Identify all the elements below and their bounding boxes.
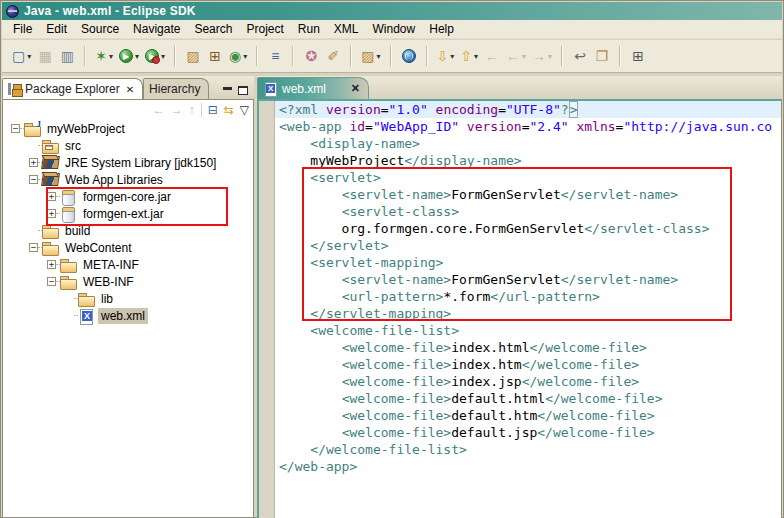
maximize-view-button[interactable] (238, 86, 248, 95)
menu-help[interactable]: Help (422, 20, 461, 38)
new-java-project-button[interactable]: ▨ (182, 44, 204, 68)
tree-item-src[interactable]: src (3, 137, 253, 154)
next-annotation-button[interactable]: ⇩▾ (434, 44, 458, 68)
menu-navigate[interactable]: Navigate (126, 20, 187, 38)
tree-item-label: myWebProject (44, 121, 128, 137)
tree-item-label: Web App Libraries (62, 172, 166, 188)
new-web-component-dropdown-icon[interactable]: ▾ (377, 52, 381, 61)
tab-package-explorer[interactable]: Package Explorer ✕ (2, 78, 143, 99)
debug-button[interactable]: ✶▾ (92, 44, 116, 68)
forward-dropdown-icon[interactable]: ▾ (548, 52, 552, 61)
format-brush-button[interactable]: ✐ (322, 44, 344, 68)
tree-item-webcontent[interactable]: −WebContent (3, 239, 253, 256)
tree-item-mywebproject[interactable]: −JmyWebProject (3, 120, 253, 137)
up-button[interactable]: ↑ (189, 104, 195, 116)
code-line: <web-app id="WebApp_ID" version="2.4" xm… (275, 118, 781, 135)
print-button[interactable]: ▥ (56, 44, 78, 68)
new-wizard-button[interactable]: ▢▾ (9, 44, 34, 68)
tree-item-build[interactable]: build (3, 222, 253, 239)
code-line: <welcome-file>default.htm</welcome-file> (275, 407, 781, 424)
menu-source[interactable]: Source (74, 20, 126, 38)
code-line: <welcome-file>default.jsp</welcome-file> (275, 424, 781, 441)
eclipse-window: { "window": { "title": "Java - web.xml -… (0, 0, 784, 518)
collapse-all-button[interactable]: ⊟ (208, 104, 218, 116)
run-button[interactable]: ▶▾ (116, 44, 142, 68)
xml-source-editor[interactable]: <?xml version="1.0" encoding="UTF-8"?><w… (275, 101, 781, 518)
debug-dropdown-icon[interactable]: ▾ (109, 52, 113, 61)
folder-icon (60, 258, 76, 272)
forward-button[interactable]: → (171, 104, 183, 116)
tab-hierarchy[interactable]: Hierarchy (143, 78, 209, 99)
tree-item-formgen-ext-jar[interactable]: +formgen-ext.jar (3, 205, 253, 222)
open-perspective-icon: ⊞ (632, 49, 644, 63)
next-annotation-dropdown-icon[interactable]: ▾ (450, 52, 454, 61)
menu-edit[interactable]: Edit (39, 20, 74, 38)
close-package-explorer-icon[interactable]: ✕ (126, 84, 134, 95)
code-line: </welcome-file-list> (275, 441, 781, 458)
back-button[interactable]: ← (153, 104, 165, 116)
new-web-component-button[interactable]: ▨▾ (358, 44, 383, 68)
menu-xml[interactable]: XML (327, 20, 366, 38)
main-toolbar: ▢▾▦▥✶▾▶▾▶▾▨⊞◉▾≡✪✐▨▾⇩▾⇧▾←←▾→▾↩❐⊞ (2, 40, 782, 73)
external-tools-button[interactable]: ▶▾ (142, 44, 168, 68)
switch-editor-button[interactable]: ❐ (591, 44, 613, 68)
menu-project[interactable]: Project (239, 20, 290, 38)
snippets-icon: ≡ (271, 49, 279, 63)
open-perspective-button[interactable]: ⊞ (627, 44, 649, 68)
external-tools-icon: ▶ (145, 49, 159, 63)
web-wizard-icon: ✪ (305, 49, 317, 63)
expand-icon[interactable]: + (29, 158, 38, 167)
tab-web-xml[interactable]: X web.xml ✕ (257, 77, 369, 99)
project-tree: −JmyWebProjectsrc+JRE System Library [jd… (3, 120, 253, 517)
collapse-icon[interactable]: − (47, 277, 56, 286)
collapse-icon[interactable]: − (11, 124, 20, 133)
tree-item-meta-inf[interactable]: +META-INF (3, 256, 253, 273)
menu-file[interactable]: File (6, 20, 39, 38)
web-browser-button[interactable] (398, 44, 420, 68)
tree-item-label: web.xml (98, 308, 148, 324)
back-dropdown-icon[interactable]: ▾ (522, 52, 526, 61)
package-explorer-toolbar: ←→↑⊟⇆▽ (3, 100, 253, 120)
expand-icon[interactable]: + (47, 192, 56, 201)
back-button[interactable]: ←▾ (503, 44, 529, 68)
menu-run[interactable]: Run (291, 20, 327, 38)
source-folder-icon (42, 139, 58, 153)
run-dropdown-icon[interactable]: ▾ (135, 52, 139, 61)
collapse-icon[interactable]: − (29, 175, 38, 184)
view-menu-button[interactable]: ▽ (240, 104, 249, 116)
new-wizard-dropdown-icon[interactable]: ▾ (27, 52, 31, 61)
last-edit-location-button[interactable]: ↩ (569, 44, 591, 68)
code-line: <welcome-file-list> (275, 322, 781, 339)
external-tools-dropdown-icon[interactable]: ▾ (161, 52, 165, 61)
tree-item-web-app-libraries[interactable]: −Web App Libraries (3, 171, 253, 188)
new-class-button[interactable]: ◉▾ (226, 44, 250, 68)
previous-annotation-button[interactable]: ⇧▾ (457, 44, 481, 68)
snippets-button[interactable]: ≡ (264, 44, 286, 68)
minimize-view-button[interactable] (223, 86, 232, 95)
code-line: <display-name> (275, 135, 781, 152)
tree-item-formgen-core-jar[interactable]: +formgen-core.jar (3, 188, 253, 205)
window-title: Java - web.xml - Eclipse SDK (24, 4, 196, 18)
save-icon: ▦ (39, 49, 52, 63)
tree-item-jre-system-library-jdk150-[interactable]: +JRE System Library [jdk150] (3, 154, 253, 171)
close-editor-tab-icon[interactable]: ✕ (351, 82, 360, 95)
menu-search[interactable]: Search (187, 20, 239, 38)
tree-item-web-inf[interactable]: −WEB-INF (3, 273, 253, 290)
expand-icon[interactable]: + (47, 209, 56, 218)
back-history-button[interactable]: ← (481, 44, 503, 68)
forward-button[interactable]: →▾ (529, 44, 555, 68)
new-package-button[interactable]: ⊞ (204, 44, 226, 68)
new-class-dropdown-icon[interactable]: ▾ (243, 52, 247, 61)
previous-annotation-dropdown-icon[interactable]: ▾ (474, 52, 478, 61)
expand-icon[interactable]: + (47, 260, 56, 269)
save-button[interactable]: ▦ (34, 44, 56, 68)
collapse-icon[interactable]: − (29, 243, 38, 252)
web-wizard-button[interactable]: ✪ (300, 44, 322, 68)
menu-window[interactable]: Window (366, 20, 423, 38)
tree-item-web-xml[interactable]: Xweb.xml (3, 307, 253, 324)
tree-item-lib[interactable]: lib (3, 290, 253, 307)
folder-icon (78, 292, 94, 306)
view-tab-row: Package Explorer ✕ Hierarchy (2, 76, 254, 99)
forward-icon: → (532, 49, 546, 63)
link-with-editor-button[interactable]: ⇆ (224, 104, 234, 116)
